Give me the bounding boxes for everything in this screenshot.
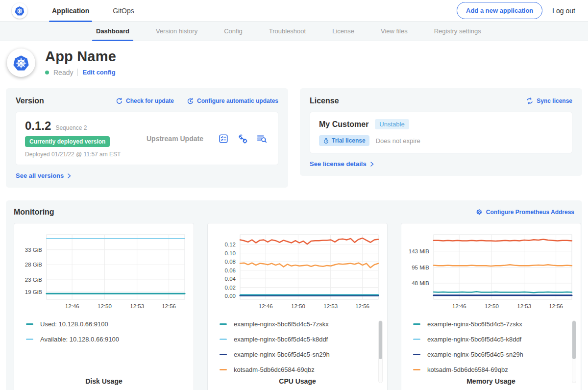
legend-item[interactable]: example-nginx-5bc6f5d4c5-7zskx	[220, 320, 382, 328]
svg-text:0.10: 0.10	[225, 250, 236, 256]
config-wrench-icon[interactable]	[237, 133, 248, 144]
svg-text:12:46: 12:46	[259, 303, 273, 309]
logout-link[interactable]: Log out	[552, 7, 575, 15]
legend-item[interactable]: kotsadm-5db6dc6584-69qbz	[220, 366, 382, 373]
chart-title: CPU Usage	[213, 377, 382, 385]
see-all-versions-link[interactable]: See all versions	[16, 172, 72, 179]
subnav-tab-version-history[interactable]: Version history	[152, 22, 201, 41]
svg-text:0.00: 0.00	[225, 293, 236, 299]
check-for-update-label: Check for update	[126, 98, 174, 104]
check-for-update-link[interactable]: Check for update	[116, 98, 174, 105]
configure-prometheus-label: Configure Prometheus Address	[486, 209, 574, 216]
app-sub-nav: DashboardVersion historyConfigTroublesho…	[0, 22, 588, 41]
svg-text:12:56: 12:56	[549, 303, 563, 309]
legend-label: kotsadm-5db6dc6584-69qbz	[427, 366, 508, 373]
trial-license-label: Trial license	[332, 137, 366, 144]
legend-item[interactable]: example-nginx-5bc6f5d4c5-sn29h	[220, 351, 382, 358]
legend-item[interactable]: example-nginx-5bc6f5d4c5-7zskx	[413, 320, 576, 328]
legend-label: example-nginx-5bc6f5d4c5-sn29h	[427, 351, 523, 358]
monitoring-header: Monitoring Configure Prometheus Address	[14, 208, 574, 217]
svg-text:95 MiB: 95 MiB	[412, 265, 429, 270]
configure-prometheus-link[interactable]: Configure Prometheus Address	[476, 209, 574, 216]
kubernetes-logo-icon	[14, 5, 25, 17]
version-actions: Check for update Configure automatic upd…	[116, 98, 278, 105]
version-panel-header: Version Check for update Configure autom…	[16, 97, 278, 105]
see-license-details-link[interactable]: See license details	[310, 160, 375, 168]
license-type-row: Trial license Does not expire	[319, 135, 563, 146]
legend-item[interactable]: Used: 10.128.0.66:9100	[26, 320, 189, 328]
monitoring-title: Monitoring	[14, 208, 54, 217]
legend-scrollbar[interactable]	[378, 320, 383, 383]
legend-swatch-icon	[220, 339, 227, 340]
release-notes-icon[interactable]	[218, 133, 229, 144]
legend-swatch-icon	[220, 354, 227, 355]
legend-swatch-icon	[413, 369, 420, 370]
license-panel-header: License Sync license	[310, 97, 572, 105]
status-text: Ready	[53, 69, 73, 76]
legend-item[interactable]: example-nginx-5bc6f5d4c5-sn29h	[413, 351, 576, 358]
subnav-tab-view-files[interactable]: View files	[377, 22, 412, 41]
disk-usage-chart-card: 12:4612:5012:5312:5633 GiB28 GiB23 GiB19…	[14, 223, 194, 390]
kubernetes-logo-icon[interactable]	[12, 3, 27, 19]
legend-swatch-icon	[413, 339, 420, 340]
legend-item[interactable]: example-nginx-5bc6f5d4c5-k8ddf	[220, 336, 382, 343]
legend-label: example-nginx-5bc6f5d4c5-k8ddf	[234, 336, 328, 343]
chart-title: Memory Usage	[406, 377, 576, 385]
legend-swatch-icon	[220, 323, 227, 325]
cards-row: Version Check for update Configure autom…	[0, 85, 588, 188]
topnav-tab-application[interactable]: Application	[49, 0, 92, 22]
svg-text:143 MiB: 143 MiB	[409, 248, 430, 254]
memory-usage-chart-card: 12:4612:5012:5312:56143 MiB95 MiB48 MiB …	[401, 223, 581, 390]
trial-license-badge: Trial license	[319, 135, 369, 146]
legend-item[interactable]: kotsadm-5db6dc6584-69qbz	[413, 366, 576, 373]
view-logs-icon[interactable]	[256, 133, 267, 144]
svg-text:0.04: 0.04	[225, 276, 236, 282]
top-nav: ApplicationGitOps Add a new application …	[0, 0, 588, 22]
legend-item[interactable]: example-nginx-5bc6f5d4c5-k8ddf	[413, 336, 576, 343]
legend-scrollbar-thumb[interactable]	[572, 321, 576, 359]
license-details-card: My Customer Unstable Trial license Does …	[310, 112, 572, 153]
legend-scrollbar-thumb[interactable]	[379, 321, 382, 359]
svg-text:12:50: 12:50	[98, 303, 112, 309]
see-license-details-label: See license details	[310, 160, 367, 168]
legend-scrollbar[interactable]	[572, 320, 576, 383]
customer-row: My Customer Unstable	[319, 119, 563, 129]
chart-title: Disk Usage	[19, 377, 189, 385]
sync-icon	[526, 98, 534, 104]
divider	[77, 69, 78, 76]
configure-automatic-updates-link[interactable]: Configure automatic updates	[187, 98, 278, 105]
charts-row: 12:4612:5012:5312:5633 GiB28 GiB23 GiB19…	[14, 223, 574, 390]
stopwatch-icon	[323, 138, 329, 144]
legend-label: example-nginx-5bc6f5d4c5-k8ddf	[427, 336, 521, 343]
add-application-button[interactable]: Add a new application	[457, 2, 542, 19]
monitoring-panel: Monitoring Configure Prometheus Address …	[6, 200, 582, 390]
subnav-tab-config[interactable]: Config	[220, 22, 246, 41]
svg-text:28 GiB: 28 GiB	[25, 262, 42, 268]
cpu-usage-chart-card: 12:4612:5012:5312:560.120.100.080.060.04…	[207, 223, 388, 390]
version-source: Upstream Update	[147, 135, 218, 143]
kubernetes-app-icon	[11, 53, 31, 73]
version-action-icons	[218, 133, 269, 144]
legend-swatch-icon	[413, 354, 420, 355]
see-all-versions-label: See all versions	[16, 172, 64, 179]
svg-text:12:50: 12:50	[485, 303, 499, 309]
memory-usage-legend: example-nginx-5bc6f5d4c5-7zskx example-n…	[413, 320, 576, 373]
current-version-card: 0.1.2 Sequence 2 Currently deployed vers…	[16, 112, 278, 165]
disk-usage-legend: Used: 10.128.0.66:9100 Available: 10.128…	[26, 320, 189, 343]
edit-config-link[interactable]: Edit config	[82, 69, 115, 76]
svg-text:12:56: 12:56	[355, 303, 369, 309]
subnav-tab-dashboard[interactable]: Dashboard	[92, 22, 133, 41]
sync-license-link[interactable]: Sync license	[526, 98, 572, 104]
subnav-tab-troubleshoot[interactable]: Troubleshoot	[265, 22, 310, 41]
clock-refresh-icon	[187, 98, 194, 105]
legend-swatch-icon	[26, 323, 33, 325]
svg-text:12:46: 12:46	[65, 303, 79, 309]
subnav-tab-license[interactable]: License	[328, 22, 358, 41]
legend-label: example-nginx-5bc6f5d4c5-7zskx	[427, 320, 522, 328]
version-panel-title: Version	[16, 97, 44, 105]
gear-icon	[476, 209, 483, 216]
subnav-tab-registry-settings[interactable]: Registry settings	[430, 22, 485, 41]
legend-item[interactable]: Available: 10.128.0.66:9100	[26, 336, 189, 343]
channel-badge: Unstable	[375, 119, 409, 129]
topnav-tab-gitops[interactable]: GitOps	[110, 0, 137, 22]
